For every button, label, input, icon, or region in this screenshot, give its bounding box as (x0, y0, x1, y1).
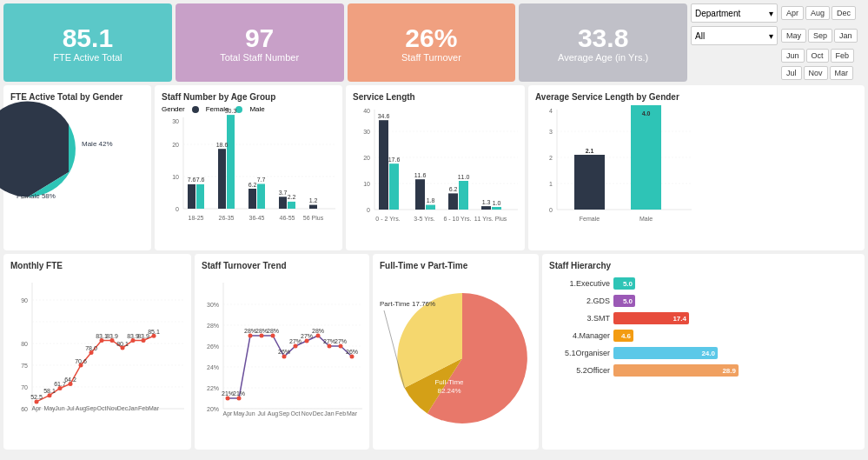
svg-text:10: 10 (363, 181, 370, 187)
svg-text:3: 3 (549, 129, 553, 135)
hierarchy-bar-smt: 17.4 (613, 312, 689, 324)
svg-rect-48 (481, 206, 491, 210)
month-btn-feb[interactable]: Feb (831, 49, 855, 63)
bar-1825-female (188, 184, 195, 209)
svg-text:Sep: Sep (279, 410, 290, 417)
month-btn-sep[interactable]: Sep (808, 29, 832, 43)
male-label: Male 42% (82, 140, 113, 148)
avg-service-gender-chart: Average Service Length by Gender 0 1 2 3… (528, 85, 865, 250)
bar-3645-female (248, 189, 256, 209)
svg-text:40: 40 (363, 108, 370, 114)
month-btn-dec[interactable]: Dec (832, 6, 856, 20)
fte-gender-pie-svg: Female 58% Male 42% (17, 116, 138, 229)
chevron-down-icon-2: ▾ (769, 31, 773, 41)
monthly-fte-chart: Monthly FTE 60 70 75 80 90 (3, 254, 191, 450)
month-btn-mar[interactable]: Mar (830, 66, 854, 80)
month-btn-may[interactable]: May (781, 29, 806, 43)
svg-text:0: 0 (367, 207, 370, 213)
filters-panel: Department ▾ Apr Aug Dec All ▾ May Sep J… (691, 3, 865, 82)
hierarchy-bar-container-manager: 4.6 (613, 330, 858, 342)
svg-text:27%: 27% (323, 338, 335, 344)
svg-text:18-25: 18-25 (189, 215, 204, 221)
svg-text:28%: 28% (312, 328, 324, 334)
svg-text:28%: 28% (244, 328, 256, 334)
month-btn-jul[interactable]: Jul (781, 66, 802, 80)
bar-2635-female (218, 149, 226, 209)
t-dot-dec (316, 334, 321, 338)
svg-text:21%: 21% (222, 390, 234, 397)
month-buttons-mid: May Sep Jan (781, 29, 858, 43)
fte-gender-chart: FTE Active Total by Gender Female 58% Ma… (3, 85, 151, 250)
svg-text:11 Yrs. Plus: 11 Yrs. Plus (474, 216, 507, 222)
hierarchy-title: Staff Hierarchy (549, 261, 858, 270)
svg-text:52.5: 52.5 (30, 394, 43, 400)
gender-legend-label: Gender (162, 105, 185, 113)
svg-text:83.9: 83.9 (106, 333, 118, 339)
hierarchy-label-officer: 5.2Officer (549, 366, 610, 375)
svg-rect-34 (389, 163, 399, 210)
t-dot-nov (305, 339, 309, 343)
month-btn-apr[interactable]: Apr (781, 6, 804, 20)
all-dropdown[interactable]: All ▾ (691, 26, 778, 45)
hierarchy-bar-container-smt: 17.4 (613, 312, 858, 324)
svg-text:78.0: 78.0 (85, 345, 97, 351)
hierarchy-row-manager: 4.Manager 4.6 (549, 330, 858, 342)
svg-text:26%: 26% (207, 343, 219, 350)
hierarchy-bar-manager: 4.6 (613, 330, 633, 342)
month-btn-jun[interactable]: Jun (781, 49, 805, 63)
hierarchy-bar-container-officer: 28.9 (613, 364, 858, 377)
month-buttons-top: Apr Aug Dec (781, 6, 856, 20)
month-btn-oct[interactable]: Oct (806, 49, 829, 63)
parttime-label: Part-Time 17.76% (380, 300, 435, 308)
svg-text:Sep: Sep (86, 405, 97, 412)
svg-text:Male: Male (639, 216, 653, 222)
avg-service-title: Average Service Length by Gender (535, 92, 858, 102)
all-value: All (695, 31, 705, 41)
bar-56plus-female (309, 205, 317, 209)
svg-text:3-5 Yrs.: 3-5 Yrs. (414, 216, 434, 222)
t-dot-aug (271, 334, 275, 338)
svg-text:27%: 27% (335, 338, 347, 344)
ft-pt-title: Full-Time v Part-Time (380, 261, 532, 270)
svg-text:60: 60 (21, 406, 28, 412)
bar-4655-female (279, 197, 287, 209)
svg-text:May: May (43, 405, 56, 412)
hierarchy-row-officer: 5.2Officer 28.9 (549, 364, 858, 377)
hierarchy-value-smt: 17.4 (673, 315, 686, 323)
svg-rect-33 (379, 120, 388, 210)
kpi-staff-number: 97 Total Staff Number (176, 3, 344, 82)
svg-text:1.2: 1.2 (309, 197, 318, 203)
turnover-trend-chart: Staff Turnover Trend 20% 22% 24% 26% 28%… (195, 254, 369, 450)
svg-text:6.2: 6.2 (248, 182, 257, 188)
staff-hierarchy-chart: Staff Hierarchy 1.Executive 5.0 2.GDS (542, 254, 865, 450)
svg-text:10: 10 (172, 174, 179, 180)
svg-text:85.1: 85.1 (148, 329, 160, 335)
department-label: Department (695, 9, 740, 18)
svg-text:27%: 27% (301, 333, 313, 339)
department-dropdown[interactable]: Department ▾ (691, 3, 778, 23)
female-dot (192, 106, 199, 113)
svg-text:Jun: Jun (245, 410, 255, 417)
female-label: Female 58% (17, 192, 56, 200)
t-dot-apr (226, 397, 230, 401)
t-dot-sep (282, 355, 287, 359)
fte-gender-title: FTE Active Total by Gender (10, 92, 144, 102)
kpi-fte-label: FTE Active Total (53, 52, 122, 63)
month-btn-jan[interactable]: Jan (834, 29, 858, 43)
month-btn-aug[interactable]: Aug (805, 6, 830, 20)
kpi-age-value: 33.8 (578, 23, 628, 52)
svg-rect-44 (459, 181, 468, 210)
month-btn-nov[interactable]: Nov (804, 66, 828, 80)
kpi-staff-label: Total Staff Number (220, 52, 299, 63)
svg-text:26%: 26% (278, 349, 290, 355)
fulltime-pct: 82.24% (437, 387, 461, 395)
svg-text:2.2: 2.2 (288, 194, 296, 200)
svg-text:34.6: 34.6 (378, 113, 390, 119)
hierarchy-bar-officer: 28.9 (613, 364, 739, 377)
age-legend: Gender Female Male (162, 105, 335, 113)
hierarchy-label-gds: 2.GDS (549, 297, 610, 305)
department-filter-row: Department ▾ Apr Aug Dec (691, 3, 865, 23)
svg-text:Nov: Nov (107, 405, 118, 411)
svg-text:11.0: 11.0 (458, 174, 470, 180)
svg-text:4: 4 (549, 108, 553, 114)
